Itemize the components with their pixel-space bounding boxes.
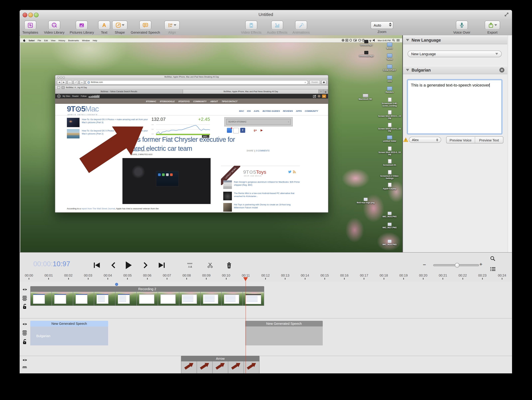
desktop-icon[interactable]: Screenium-3-4K-scree...cording	[377, 97, 402, 107]
skip-to-start-button[interactable]	[93, 261, 101, 270]
language-dropdown[interactable]: New Language	[408, 51, 502, 57]
file-icon	[387, 43, 392, 47]
zoom-stepper-arrows-icon[interactable]	[389, 23, 392, 27]
desktop-icon[interactable]: IMG_0627.PNG	[377, 223, 402, 231]
toys-logo: 9T⊙5Toys	[243, 169, 266, 175]
timecode-display: 00:00:10:97	[33, 260, 70, 268]
desktop-icon[interactable]: untitled folder	[377, 135, 402, 143]
ruler-label: 00:24	[494, 273, 511, 279]
desktop-icon[interactable]: MAKA	[377, 43, 402, 51]
disclosure-triangle-icon[interactable]	[406, 69, 409, 71]
track1-audio-icon[interactable]	[22, 296, 27, 302]
desktop-icon[interactable]: Screen Shot 2015-0....13 PM	[377, 110, 402, 120]
preview-text-button[interactable]: Preview Text	[475, 137, 503, 143]
speech-clip-bulgarian[interactable]: New Generated Speech Bulgarian	[30, 321, 108, 345]
desktop-icon[interactable]: IMG_0625.PNG	[377, 212, 402, 220]
close-section-icon[interactable]: ✕	[499, 68, 504, 73]
video-library-button[interactable]: Video Library	[44, 21, 64, 34]
recording-clip[interactable]: Recording 2	[30, 286, 264, 306]
menubar-item: Bookmarks	[68, 39, 79, 41]
thumbnail-window	[118, 294, 130, 304]
window-titlebar[interactable]: Untitled	[20, 10, 512, 20]
skip-to-end-button[interactable]	[157, 261, 166, 270]
animations-button[interactable]: Animations	[292, 21, 310, 34]
preview-buttons: Preview Voice Preview Text	[446, 136, 503, 143]
playhead-line[interactable]	[246, 281, 246, 373]
ruler-labels: 00:0000:0100:0200:0300:0400:0500:0600:07…	[20, 273, 511, 279]
ruler-label: 00:13	[277, 273, 294, 279]
arrow-annotation[interactable]	[77, 122, 147, 176]
zoom-in-timeline-button[interactable]: +	[479, 261, 482, 267]
subnav-item: AAPL	[254, 110, 260, 112]
ruler-label: 00:21	[434, 273, 452, 279]
bulgarian-section-header[interactable]: Bulgarian ✕	[403, 66, 507, 74]
slider-thumb[interactable]	[455, 263, 459, 267]
desktop-icon[interactable]: Untitled22.mp3	[354, 51, 379, 59]
step-forward-button[interactable]	[141, 261, 150, 270]
pictures-library-button[interactable]: Pictures Library	[70, 21, 94, 34]
audio-effects-button[interactable]: Audio Effects	[267, 21, 287, 34]
generated-speech-button[interactable]: Generated Speech	[131, 21, 160, 34]
align-button[interactable]: Align	[164, 21, 180, 34]
delete-trash-icon[interactable]	[226, 262, 232, 269]
keyframe-dot[interactable]	[115, 283, 118, 286]
desktop-icon[interactable]: IMG_0626.PNG	[377, 240, 402, 248]
track2-audio-icon[interactable]	[22, 330, 27, 337]
desktop-icon[interactable]: Renders	[377, 87, 402, 95]
language-dropdown-value: New Language	[411, 52, 436, 56]
clip-filmstrip	[30, 292, 264, 306]
toys-social-icons	[288, 170, 296, 173]
voice-over-button[interactable]: Voice Over	[453, 21, 470, 34]
desktop-icon[interactable]: Untitled.mp3	[354, 40, 379, 48]
macintosh-hd-icon[interactable]: Macintosh HD	[352, 94, 379, 102]
desktop-icon[interactable]: Screen Shot 2015-0...53 PM	[377, 146, 402, 156]
timeline-ruler[interactable]: 00:0000:0100:0200:0300:0400:0500:0600:07…	[20, 271, 512, 282]
thumbnail-window	[33, 294, 45, 304]
desktop-icon[interactable]: Screen Shot 2015-0....03 PM	[377, 123, 402, 133]
track2-visibility-icon[interactable]	[22, 321, 27, 327]
desktop-icon[interactable]: Tattoo	[377, 54, 402, 62]
voice-dropdown[interactable]: Alex	[409, 137, 441, 143]
menubar-item: Window	[82, 39, 90, 41]
search-arrow-icon: ›	[288, 121, 289, 123]
generated-speech-icon	[142, 22, 148, 28]
preview-voice-button[interactable]: Preview Voice	[446, 137, 475, 143]
desktop-icon[interactable]: 9to5-mac-logo.png	[354, 198, 378, 206]
track1-lock-icon[interactable]	[22, 304, 27, 311]
split-scissors-icon[interactable]	[207, 262, 214, 269]
track1-visibility-icon[interactable]	[22, 287, 27, 293]
export-button[interactable]: Export	[485, 21, 500, 34]
timeline-zoom-slider[interactable]	[433, 264, 479, 266]
text-button[interactable]: A Text	[98, 21, 110, 34]
track-separator	[20, 356, 512, 356]
clip-title: Recording 2	[30, 286, 264, 292]
fullscreen-icon[interactable]	[504, 12, 509, 17]
desktop-icon[interactable]: CASE STUDY	[377, 64, 402, 73]
track3-visibility-icon[interactable]	[22, 357, 27, 363]
step-back-button[interactable]	[109, 261, 118, 270]
zoom-out-timeline-button[interactable]: −	[423, 262, 426, 268]
disclosure-triangle-icon[interactable]	[406, 39, 409, 41]
shape-button[interactable]: Shape	[112, 21, 127, 34]
track3-audio-icon[interactable]	[22, 366, 27, 373]
desktop-icon[interactable]: Screenium-01	[377, 159, 402, 167]
desktop-icon[interactable]: Screenium-3-Video-Settings	[377, 170, 402, 180]
playhead-handle[interactable]	[243, 277, 248, 281]
desktop-icon[interactable]: Apple-Carplay	[377, 183, 402, 191]
preview-canvas[interactable]: Safari File Edit View History Bookmarks …	[20, 35, 402, 252]
marker-tool-icon[interactable]	[186, 262, 193, 269]
arrow-clip[interactable]: Arrow	[181, 356, 260, 373]
video-effects-button[interactable]: Video Effects	[241, 21, 261, 34]
track2-lock-icon[interactable]	[22, 339, 27, 346]
zoom-stepper[interactable]: Auto Zoom	[371, 21, 393, 34]
stop-loading-icon: ✕	[304, 81, 306, 83]
templates-button[interactable]: Templates	[22, 21, 38, 34]
timeline-search-icon[interactable]	[490, 256, 495, 263]
panel-scrollbar[interactable]	[508, 35, 512, 252]
new-language-section-header[interactable]: New Language	[403, 36, 507, 44]
desktop-icon[interactable]: ADS	[377, 76, 402, 83]
play-button[interactable]	[124, 261, 133, 270]
speech-text-area[interactable]: This is a generated text-to-speech voice…	[408, 80, 502, 134]
bookmark-item: 9to5Mac: A...ing All Day	[66, 86, 87, 88]
speech-clip-new[interactable]: New Generated Speech	[245, 321, 323, 345]
